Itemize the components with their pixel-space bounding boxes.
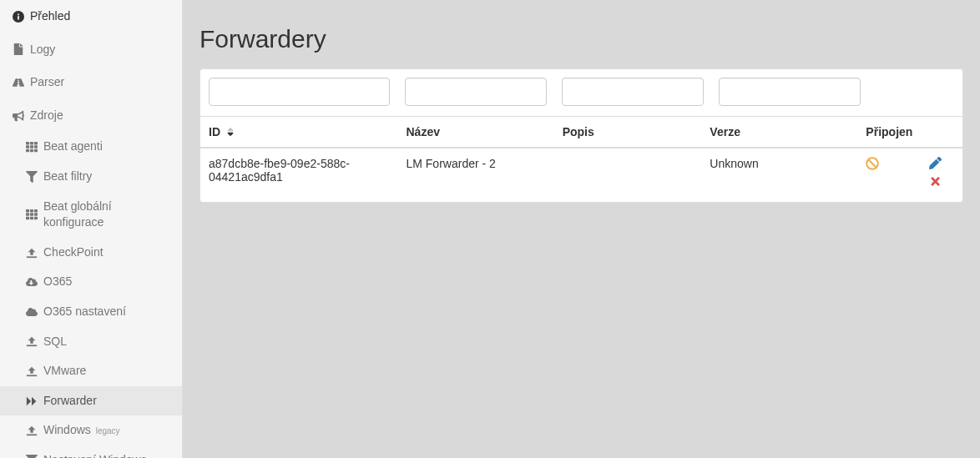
sidebar-item-logs[interactable]: Logy — [0, 33, 182, 67]
col-header-name[interactable]: Název — [397, 117, 553, 148]
filter-version-input[interactable] — [719, 78, 861, 106]
info-circle-icon — [12, 10, 25, 23]
sidebar-item-o365-settings[interactable]: O365 nastavení — [0, 297, 182, 327]
sidebar-item-suffix: legacy — [96, 426, 120, 435]
svg-rect-5 — [27, 375, 37, 376]
forward-icon — [25, 395, 38, 408]
filter-id-input[interactable] — [209, 78, 390, 106]
cell-name: LM Forwarder - 2 — [397, 148, 553, 202]
ban-icon — [866, 159, 879, 173]
sidebar-item-parser[interactable]: Parser — [0, 66, 182, 99]
svg-rect-1 — [18, 16, 19, 19]
cell-id: a87dcb8e-fbe9-09e2-588c-04421ac9dfa1 — [200, 148, 397, 202]
filter-row — [200, 69, 962, 116]
page-title: Forwardery — [200, 25, 963, 53]
sidebar-item-o365[interactable]: O365 — [0, 267, 182, 297]
sidebar-item-label: O365 nastavení — [43, 304, 126, 320]
cell-version: Unknown — [701, 148, 857, 202]
cell-actions — [921, 148, 962, 202]
sidebar-item-label: Parser — [30, 74, 64, 91]
delete-button[interactable] — [929, 175, 954, 190]
sidebar-item-label: VMware — [43, 363, 86, 380]
svg-rect-4 — [27, 345, 37, 347]
sidebar-item-windows[interactable]: Windows legacy — [0, 415, 182, 445]
sidebar-item-windows-settings[interactable]: Nastavení Windows — [0, 445, 182, 458]
svg-rect-6 — [27, 434, 37, 435]
list-icon — [25, 208, 38, 221]
filter-name-input[interactable] — [405, 78, 547, 106]
sidebar-item-vmware[interactable]: VMware — [0, 356, 182, 386]
filter-icon — [25, 170, 38, 184]
sidebar-item-label: Přehled — [30, 8, 70, 25]
col-header-desc[interactable]: Popis — [554, 117, 702, 148]
sidebar-item-forwarder[interactable]: Forwarder — [0, 386, 182, 416]
main-content: Forwardery ID Název Popis Verze — [183, 0, 980, 458]
cell-desc — [554, 148, 702, 202]
cell-connected — [857, 148, 921, 202]
sidebar-item-sources[interactable]: Zdroje — [0, 99, 182, 133]
table-header-row: ID Název Popis Verze Připojen — [200, 117, 962, 148]
upload-icon — [25, 424, 38, 437]
sidebar-item-label: Beat filtry — [43, 169, 92, 185]
table-row: a87dcb8e-fbe9-09e2-588c-04421ac9dfa1 LM … — [200, 148, 962, 202]
upload-icon — [25, 246, 38, 259]
cloud-icon — [25, 305, 38, 319]
sidebar-item-label: CheckPoint — [43, 244, 104, 261]
filter-desc-input[interactable] — [562, 78, 704, 106]
sidebar-item-label: Logy — [30, 42, 55, 58]
sidebar-item-label: Zdroje — [30, 108, 63, 124]
edit-button[interactable] — [929, 157, 954, 172]
svg-rect-2 — [18, 13, 19, 15]
sidebar-item-label: Beat globální konfigurace — [43, 199, 170, 231]
sidebar-item-sql[interactable]: SQL — [0, 327, 182, 357]
upload-icon — [25, 335, 38, 348]
sidebar-item-beat-agents[interactable]: Beat agenti — [0, 132, 182, 162]
cloud-download-icon — [25, 275, 38, 289]
sidebar: Přehled Logy Parser Zdroje Beat agenti B… — [0, 0, 183, 458]
sidebar-item-label: Nastavení Windows — [43, 452, 147, 458]
sidebar-item-label: Windows — [43, 423, 91, 436]
bullhorn-icon — [12, 109, 25, 123]
sidebar-item-label: O365 — [43, 274, 72, 290]
upload-icon — [25, 365, 38, 378]
sidebar-item-label: Beat agenti — [43, 138, 103, 155]
col-header-version[interactable]: Verze — [701, 117, 857, 148]
sidebar-item-beat-global-config[interactable]: Beat globální konfigurace — [0, 192, 182, 238]
col-header-actions — [921, 117, 962, 148]
road-icon — [12, 76, 25, 89]
sidebar-item-label: Forwarder — [43, 393, 97, 410]
svg-rect-3 — [27, 256, 37, 258]
filter-icon — [25, 454, 38, 458]
list-icon — [25, 140, 38, 154]
col-header-id[interactable]: ID — [200, 117, 397, 148]
sidebar-item-beat-filters[interactable]: Beat filtry — [0, 162, 182, 192]
sidebar-item-overview[interactable]: Přehled — [0, 0, 182, 33]
col-header-connected[interactable]: Připojen — [857, 117, 921, 148]
sort-desc-icon — [224, 125, 235, 138]
forwarders-table: ID Název Popis Verze Připojen a87dcb8e-f… — [200, 116, 962, 202]
sidebar-item-checkpoint[interactable]: CheckPoint — [0, 238, 182, 268]
file-icon — [12, 43, 25, 56]
forwarders-panel: ID Název Popis Verze Připojen a87dcb8e-f… — [200, 68, 963, 203]
sidebar-item-label: SQL — [43, 334, 67, 350]
